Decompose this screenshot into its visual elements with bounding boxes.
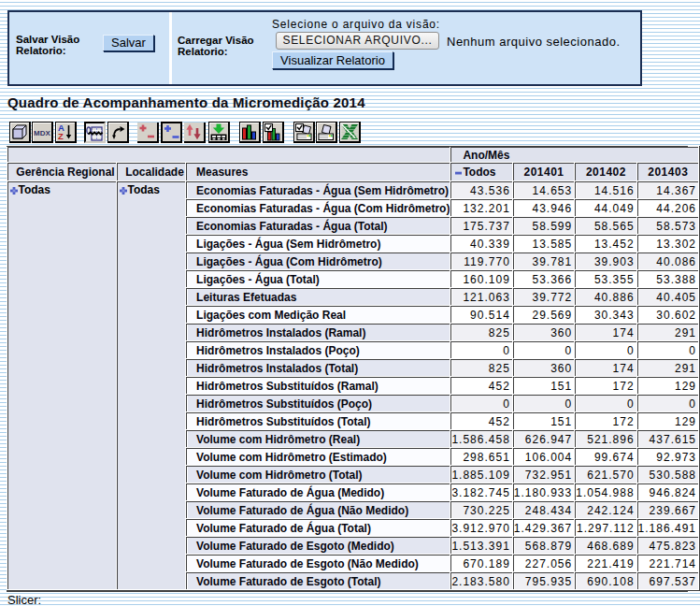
svg-text:MDX: MDX	[34, 129, 50, 137]
svg-text:Z: Z	[58, 131, 64, 141]
